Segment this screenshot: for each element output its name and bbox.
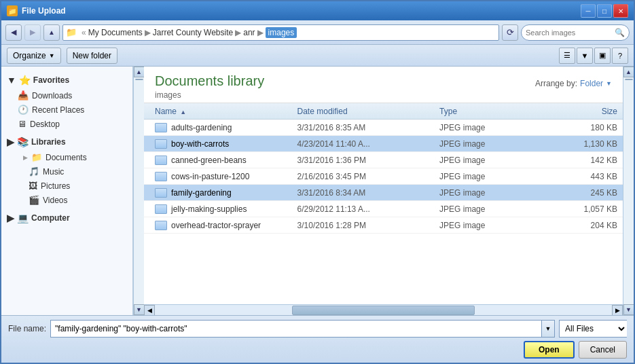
open-button[interactable]: Open xyxy=(524,341,575,359)
sidebar-item-videos-label: Videos xyxy=(43,196,67,205)
desktop-icon: 🖥 xyxy=(18,119,26,129)
sidebar-group-favorites-icon: ⭐ xyxy=(19,75,31,86)
file-date-cell: 3/31/2016 1:36 PM xyxy=(297,156,440,165)
address-path[interactable]: 📁 « My Documents ▶ Jarret County Website… xyxy=(62,24,499,41)
column-header-date[interactable]: Date modified xyxy=(297,107,440,116)
favorites-expand-icon: ▼ xyxy=(7,75,16,86)
file-date-cell: 3/10/2016 1:28 PM xyxy=(297,221,440,230)
path-segment-mydocs[interactable]: My Documents xyxy=(88,28,143,37)
filename-dropdown-button[interactable]: ▼ xyxy=(541,320,555,338)
sidebar-group-favorites[interactable]: ▼ ⭐ Favorites xyxy=(1,72,132,88)
library-title: Documents library xyxy=(155,73,264,89)
search-input[interactable] xyxy=(526,29,615,37)
table-row[interactable]: cows-in-pasture-1200 2/16/2016 3:45 PM J… xyxy=(144,168,623,185)
column-header-type[interactable]: Type xyxy=(439,107,546,116)
path-arrow-3: ▶ xyxy=(257,28,264,37)
sidebar-section-computer: ▶ 💻 Computer xyxy=(1,210,132,226)
sidebar-item-music[interactable]: 🎵 Music xyxy=(1,164,132,179)
file-icon xyxy=(155,188,167,198)
sort-arrow-name: ▲ xyxy=(180,109,186,115)
hscroll-thumb[interactable] xyxy=(292,306,475,315)
content-scroll-down[interactable]: ▼ xyxy=(623,304,634,315)
hscroll-track[interactable] xyxy=(155,305,612,315)
sidebar-scroll-down[interactable]: ▼ xyxy=(134,304,145,315)
libraries-expand-icon: ▶ xyxy=(7,136,14,147)
table-row[interactable]: overhead-tractor-sprayer 3/10/2016 1:28 … xyxy=(144,217,623,234)
sidebar-scroll-thumb[interactable] xyxy=(135,79,143,80)
sidebar-item-pictures-label: Pictures xyxy=(41,181,70,191)
minimize-button[interactable]: ─ xyxy=(581,4,596,18)
footer: File name: ▼ All Files Open Cancel xyxy=(1,315,634,363)
computer-expand-icon: ▶ xyxy=(7,213,14,223)
help-button[interactable]: ? xyxy=(612,48,628,64)
file-name-cell: cows-in-pasture-1200 xyxy=(149,172,297,181)
organize-button[interactable]: Organize ▼ xyxy=(7,48,61,64)
hscroll-left[interactable]: ◀ xyxy=(144,305,155,316)
back-button[interactable]: ◀ xyxy=(5,24,22,41)
path-segment-anr[interactable]: anr xyxy=(243,28,255,37)
music-icon: 🎵 xyxy=(29,166,39,177)
file-list[interactable]: adults-gardening 3/31/2016 8:35 AM JPEG … xyxy=(144,120,623,304)
horizontal-scrollbar[interactable]: ◀ ▶ xyxy=(144,304,623,315)
file-name-cell: jelly-making-supplies xyxy=(149,204,297,214)
cancel-button[interactable]: Cancel xyxy=(579,341,627,359)
organize-label: Organize xyxy=(13,51,46,60)
search-box[interactable]: 🔍 xyxy=(521,24,630,41)
sidebar-group-computer-label: Computer xyxy=(31,213,70,223)
table-row[interactable]: family-gardening 3/31/2016 8:34 AM JPEG … xyxy=(144,185,623,201)
sidebar-item-pictures[interactable]: 🖼 Pictures xyxy=(1,179,132,193)
filename-input[interactable] xyxy=(50,320,541,338)
address-bar: ◀ ▶ ▲ 📁 « My Documents ▶ Jarret County W… xyxy=(1,20,634,45)
content-scroll-up[interactable]: ▲ xyxy=(623,67,634,77)
sidebar-scroll-track[interactable] xyxy=(134,77,144,304)
path-segment-jarret[interactable]: Jarret County Website xyxy=(153,28,234,37)
sidebar-group-computer[interactable]: ▶ 💻 Computer xyxy=(1,210,132,226)
file-type-cell: JPEG image xyxy=(439,221,546,230)
table-row[interactable]: adults-gardening 3/31/2016 8:35 AM JPEG … xyxy=(144,120,623,136)
sidebar-item-documents-label: Documents xyxy=(46,153,87,162)
path-segment-images[interactable]: images xyxy=(266,27,297,38)
view-icons: ☰ ▼ ▣ ? xyxy=(559,48,628,64)
search-icon[interactable]: 🔍 xyxy=(615,28,625,37)
content-area: Documents library images Arrange by: Fol… xyxy=(144,67,623,315)
window-icon: 📁 xyxy=(7,5,18,16)
file-name-cell: canned-green-beans xyxy=(149,156,297,165)
sidebar-scroll-up[interactable]: ▲ xyxy=(134,67,145,77)
new-folder-button[interactable]: New folder xyxy=(67,48,117,64)
documents-icon: 📁 xyxy=(31,152,42,162)
arrange-by-dropdown-icon[interactable]: ▼ xyxy=(606,80,612,87)
path-arrow-1: ▶ xyxy=(145,28,151,37)
sidebar-item-downloads[interactable]: 📥 Downloads xyxy=(1,88,132,103)
forward-button[interactable]: ▶ xyxy=(24,24,41,41)
table-row[interactable]: jelly-making-supplies 6/29/2012 11:13 A.… xyxy=(144,201,623,217)
table-row[interactable]: boy-with-carrots 4/23/2014 11:40 A... JP… xyxy=(144,136,623,152)
table-row[interactable]: canned-green-beans 3/31/2016 1:36 PM JPE… xyxy=(144,152,623,168)
filename-input-wrap: ▼ xyxy=(50,320,555,338)
close-button[interactable]: ✕ xyxy=(613,4,628,18)
file-name-cell: boy-with-carrots xyxy=(149,139,297,149)
sidebar-item-desktop[interactable]: 🖥 Desktop xyxy=(1,117,132,131)
column-header-size[interactable]: Size xyxy=(546,107,617,116)
sidebar-item-videos[interactable]: 🎬 Videos xyxy=(1,193,132,207)
file-date-cell: 2/16/2016 3:45 PM xyxy=(297,172,440,181)
sidebar-item-recent-places[interactable]: 🕐 Recent Places xyxy=(1,103,132,117)
maximize-button[interactable]: □ xyxy=(597,4,612,18)
sidebar-item-documents[interactable]: ▶ 📁 Documents xyxy=(1,150,132,164)
footer-filename-row: File name: ▼ All Files xyxy=(8,320,627,338)
hscroll-right[interactable]: ▶ xyxy=(612,305,623,316)
refresh-button[interactable]: ⟳ xyxy=(502,24,518,41)
file-list-header: Name ▲ Date modified Type Size xyxy=(144,103,623,120)
view-dropdown-button[interactable]: ▼ xyxy=(577,48,593,64)
content-scroll-thumb[interactable] xyxy=(625,79,633,80)
file-icon xyxy=(155,172,167,181)
arrange-by-value[interactable]: Folder xyxy=(580,79,603,88)
column-header-name[interactable]: Name ▲ xyxy=(149,107,297,116)
filetype-select[interactable]: All Files xyxy=(559,320,627,338)
sidebar-group-libraries[interactable]: ▶ 📚 Libraries xyxy=(1,134,132,150)
up-button[interactable]: ▲ xyxy=(43,24,60,41)
sidebar-scrollbar[interactable]: ▲ ▼ xyxy=(133,67,144,315)
view-list-button[interactable]: ☰ xyxy=(559,48,575,64)
content-scroll-track[interactable] xyxy=(623,77,634,304)
content-scrollbar[interactable]: ▲ ▼ xyxy=(623,67,634,315)
view-preview-button[interactable]: ▣ xyxy=(594,48,611,64)
